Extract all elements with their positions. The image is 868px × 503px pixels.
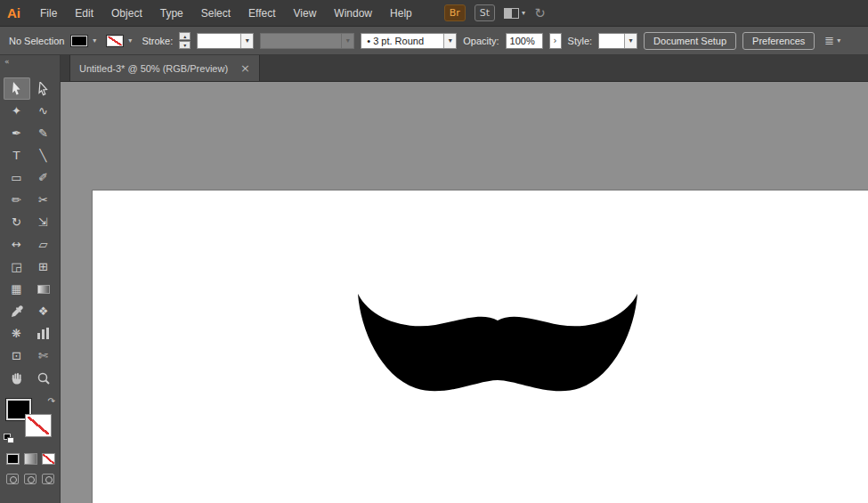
menu-edit[interactable]: Edit (66, 0, 102, 27)
style-combo[interactable]: ▾ (598, 33, 637, 49)
width-icon: ↔ (12, 239, 21, 250)
paintbrush-icon: ✐ (38, 172, 48, 183)
zoom-tool[interactable] (30, 367, 57, 389)
variable-width-profile-combo: ▾ (260, 33, 354, 49)
menu-window[interactable]: Window (325, 0, 381, 27)
fill-color-picker[interactable]: ▾ (70, 35, 100, 47)
toolbar-collapse-button[interactable]: « (0, 55, 60, 69)
draw-inside-icon[interactable] (42, 474, 54, 484)
hand-tool[interactable] (4, 367, 30, 389)
line-segment-icon: ╲ (40, 150, 47, 161)
document-setup-button[interactable]: Document Setup (644, 32, 736, 50)
perspective-grid-tool[interactable]: ⊞ (30, 256, 57, 278)
rectangle-tool[interactable]: ▭ (4, 166, 30, 189)
rotate-icon: ↻ (12, 216, 21, 228)
mustache-shape[interactable] (358, 294, 637, 391)
shape-builder-icon: ◲ (11, 261, 21, 272)
pencil-icon: ✏ (12, 194, 21, 206)
bridge-button[interactable]: Br (444, 4, 466, 21)
preferences-button[interactable]: Preferences (742, 32, 815, 50)
magic-wand-tool[interactable]: ✦ (4, 100, 30, 122)
opacity-panel-chevron-icon[interactable]: › (549, 33, 562, 49)
blend-tool[interactable]: ❖ (30, 300, 57, 322)
brush-definition-combo[interactable]: • 3 pt. Round ▾ (361, 33, 457, 49)
gradient-button[interactable] (24, 453, 37, 465)
canvas[interactable] (61, 82, 868, 503)
chevron-down-icon: ▾ (624, 34, 637, 48)
selection-tool[interactable] (4, 77, 30, 100)
stepper-up-icon[interactable]: ▴ (179, 32, 191, 40)
fill-stroke-control: ↷ (4, 396, 57, 444)
drawing-mode-buttons (6, 474, 60, 484)
rotate-tool[interactable]: ↻ (4, 211, 30, 233)
free-transform-tool[interactable]: ▱ (30, 233, 57, 256)
lasso-tool[interactable]: ∿ (30, 100, 57, 122)
direct-selection-tool[interactable] (30, 77, 57, 100)
menu-type[interactable]: Type (151, 0, 192, 27)
selection-status: No Selection (9, 36, 64, 46)
paint-mode-buttons (6, 453, 60, 465)
column-graph-icon (37, 328, 50, 339)
menu-help[interactable]: Help (381, 0, 421, 27)
style-label: Style: (568, 36, 593, 46)
blend-icon: ❖ (38, 305, 49, 317)
paintbrush-tool[interactable]: ✐ (30, 166, 57, 189)
perspective-grid-icon: ⊞ (38, 261, 48, 272)
chevron-down-icon: ▾ (125, 37, 135, 45)
brush-definition-value: 3 pt. Round (373, 36, 424, 46)
draw-normal-icon[interactable] (6, 474, 19, 484)
scissors-tool[interactable]: ✂ (30, 189, 57, 211)
menu-effect[interactable]: Effect (239, 0, 284, 27)
scale-tool[interactable]: ⇲ (30, 211, 57, 233)
swap-fill-stroke-icon[interactable]: ↷ (48, 396, 55, 406)
arrange-documents-button[interactable]: ▾ (504, 8, 525, 19)
default-fill-stroke-button[interactable] (4, 434, 16, 444)
selection-arrow-icon (11, 82, 22, 96)
draw-behind-icon[interactable] (24, 474, 37, 484)
symbol-sprayer-tool[interactable]: ❋ (4, 322, 30, 345)
curvature-icon: ✎ (38, 127, 48, 139)
mesh-icon: ▦ (11, 283, 21, 295)
align-options-button[interactable]: ≣ ▾ (824, 34, 840, 47)
mesh-tool[interactable]: ▦ (4, 278, 30, 300)
stock-button[interactable]: St (475, 4, 495, 21)
menu-object[interactable]: Object (102, 0, 151, 27)
width-tool[interactable]: ↔ (4, 233, 30, 256)
document-tab[interactable]: Untitled-3* @ 50% (RGB/Preview) × (69, 55, 260, 81)
type-icon: T (13, 150, 20, 161)
gradient-tool[interactable] (30, 278, 57, 300)
tools-panel: « ✦ ∿ ✒ ✎ T ╲ ▭ ✐ (0, 55, 61, 503)
stroke-proxy-swatch[interactable] (25, 414, 52, 437)
artboard-tool[interactable]: ⊡ (4, 345, 30, 367)
eyedropper-tool[interactable] (4, 300, 30, 322)
lasso-icon: ∿ (38, 105, 48, 117)
stroke-label: Stroke: (142, 36, 173, 46)
stroke-weight-stepper[interactable]: ▴ ▾ (179, 32, 191, 49)
menu-view[interactable]: View (285, 0, 326, 27)
stroke-none-swatch (106, 35, 124, 47)
shape-builder-tool[interactable]: ◲ (4, 256, 30, 278)
close-tab-icon[interactable]: × (240, 62, 250, 74)
slice-icon: ✄ (38, 350, 48, 361)
color-button[interactable] (6, 453, 20, 465)
line-segment-tool[interactable]: ╲ (30, 144, 57, 166)
pencil-tool[interactable]: ✏ (4, 189, 30, 211)
stepper-down-icon[interactable]: ▾ (179, 41, 191, 49)
pen-tool[interactable]: ✒ (4, 122, 30, 144)
none-button[interactable] (42, 453, 55, 465)
free-transform-icon: ▱ (39, 239, 48, 250)
fill-swatch (70, 35, 88, 47)
control-bar: No Selection ▾ ▾ Stroke: ▴ ▾ ▾ ▾ • 3 pt.… (0, 27, 868, 55)
column-graph-tool[interactable] (30, 322, 57, 345)
stroke-color-picker[interactable]: ▾ (106, 35, 135, 47)
zoom-icon (37, 372, 50, 385)
type-tool[interactable]: T (4, 144, 30, 166)
menu-file[interactable]: File (31, 0, 66, 27)
brush-bullet: • (367, 36, 370, 46)
opacity-label: Opacity: (463, 36, 499, 46)
curvature-tool[interactable]: ✎ (30, 122, 57, 144)
stroke-weight-combo[interactable]: ▾ (197, 33, 254, 49)
menu-select[interactable]: Select (192, 0, 239, 27)
opacity-input[interactable] (506, 33, 543, 49)
slice-tool[interactable]: ✄ (30, 345, 57, 367)
